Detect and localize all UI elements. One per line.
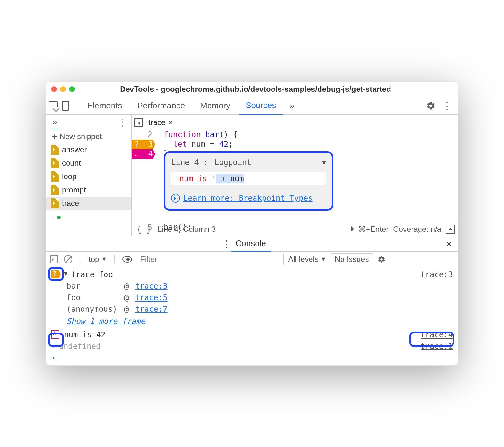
snippet-item[interactable]: prompt [46,183,131,197]
context-select[interactable]: top▼ [89,255,107,264]
kebab-menu-icon[interactable]: ⋮ [438,100,455,112]
snippet-icon [51,158,59,168]
snippet-label: trace [62,199,79,208]
console-filter-input[interactable] [137,254,284,265]
run-snippet-button[interactable]: ⌘+Enter [351,225,389,234]
snippet-label: loop [62,172,76,181]
device-toolbar-icon[interactable] [62,101,69,111]
show-more-frames-link[interactable]: Show 1 more frame [46,315,458,329]
stack-link[interactable]: trace:5 [135,293,167,302]
navigator-more-button[interactable]: » [51,115,59,129]
highlight-annotation [409,332,454,347]
separator [114,255,115,264]
tab-sources[interactable]: Sources [239,97,282,115]
console-row: ‹ undefined trace:1 [46,341,458,352]
prompt-icon: › [51,353,56,362]
console-output: ▼ trace foo trace:3 bar@trace:3 foo@trac… [46,267,458,365]
editor-tab[interactable]: trace × [146,118,175,127]
scroll-to-top-icon[interactable] [446,225,455,234]
trace-icon [51,270,61,278]
learn-more-link[interactable]: Learn more: Breakpoint Types [183,194,313,203]
window-title: DevTools - googlechrome.github.io/devtoo… [78,85,453,94]
stack-link[interactable]: trace:3 [135,282,167,291]
live-expression-icon[interactable] [122,255,132,264]
breakpoint-type-select[interactable]: Logpoint [215,158,252,167]
editor-tab-label: trace [148,118,165,127]
console-row: num is 42 trace:4 [46,329,458,341]
editor-pane: trace × 2 ? 3 ‥ 4 5 function bar() { let… [132,115,458,236]
maximize-window-button[interactable] [69,86,75,92]
clear-console-icon[interactable] [63,255,73,264]
breakpoint-editor-popup: Line 4 : Logpoint ▼ 'num is ' + num Lear… [164,151,333,211]
titlebar: DevTools - googlechrome.github.io/devtoo… [46,82,458,97]
gutter-line[interactable]: 5 [132,223,157,232]
snippet-icon [51,145,59,155]
console-text: trace foo [71,270,417,279]
drawer-menu-icon[interactable]: ⋮ [222,238,231,249]
snippet-list: answer count loop prompt trace [46,143,131,210]
chevron-down-icon[interactable]: ▼ [322,159,326,166]
snippet-item-selected[interactable]: trace [46,197,131,210]
snippet-item[interactable]: answer [46,143,131,156]
modified-dot-icon [57,216,61,219]
snippet-label: prompt [62,185,86,194]
snippet-icon [51,171,59,182]
logpoint-marker[interactable]: ‥ 4 [132,149,155,159]
console-text: undefined [59,342,417,351]
play-icon [351,226,357,232]
gutter[interactable]: 2 ? 3 ‥ 4 5 [132,130,157,232]
console-row: ▼ trace foo trace:3 [46,269,458,280]
more-tabs-button[interactable]: » [285,101,299,111]
close-drawer-icon[interactable]: × [443,239,455,249]
stack-trace: bar@trace:3 foo@trace:5 (anonymous)@trac… [46,280,458,315]
show-sidebar-icon[interactable] [49,255,59,264]
arrow-right-circle-icon [171,194,180,203]
separator [81,255,81,264]
inspect-icon[interactable] [49,101,58,110]
stack-link[interactable]: trace:7 [135,305,167,314]
coverage-label: Coverage: n/a [393,225,441,234]
console-prompt[interactable]: › [46,352,458,364]
tab-performance[interactable]: Performance [131,97,191,115]
navigator-sidebar: » ⋮ + New snippet answer count loop prom… [46,115,132,236]
separator [420,100,420,111]
disclosure-triangle-icon[interactable]: ▼ [64,270,67,277]
navigator-menu-icon[interactable]: ⋮ [117,117,127,128]
show-navigator-icon[interactable] [134,118,143,127]
close-tab-icon[interactable]: × [169,118,173,127]
logpoint-output-icon [51,330,61,339]
close-window-button[interactable] [51,86,57,92]
gutter-line[interactable]: 2 [132,130,157,140]
new-snippet-label: New snippet [59,132,102,141]
settings-icon[interactable] [426,101,436,111]
conditional-breakpoint-marker[interactable]: ? 3 [132,140,155,149]
devtools-window: DevTools - googlechrome.github.io/devtoo… [46,81,458,366]
separator [75,100,75,111]
snippet-label: count [62,159,81,168]
new-snippet-button[interactable]: + New snippet [46,130,131,143]
console-settings-icon[interactable] [377,255,386,263]
stack-frame: bar@trace:3 [67,280,458,292]
source-link[interactable]: trace:3 [421,270,453,279]
console-drawer: ⋮ Console × top▼ All levels▼ No Issues ▼… [46,236,458,365]
plus-icon: + [52,131,57,142]
tab-elements[interactable]: Elements [81,97,128,115]
snippet-item[interactable]: loop [46,170,131,183]
tab-memory[interactable]: Memory [194,97,237,115]
stack-frame: (anonymous)@trace:7 [67,303,458,315]
log-levels-select[interactable]: All levels▼ [288,255,326,264]
console-text: num is 42 [64,330,417,339]
panel-tabs: Elements Performance Memory Sources » ⋮ [46,97,458,115]
stack-frame: foo@trace:5 [67,292,458,303]
snippet-item[interactable]: count [46,156,131,170]
snippet-icon [51,198,59,208]
logpoint-expression-input[interactable]: 'num is ' + num [171,172,326,185]
console-tab[interactable]: Console [231,236,271,252]
popup-line-label: Line 4 : [171,158,208,167]
issues-button[interactable]: No Issues [331,253,373,265]
snippet-icon [51,185,59,195]
snippet-label: answer [62,145,87,154]
minimize-window-button[interactable] [60,86,66,92]
